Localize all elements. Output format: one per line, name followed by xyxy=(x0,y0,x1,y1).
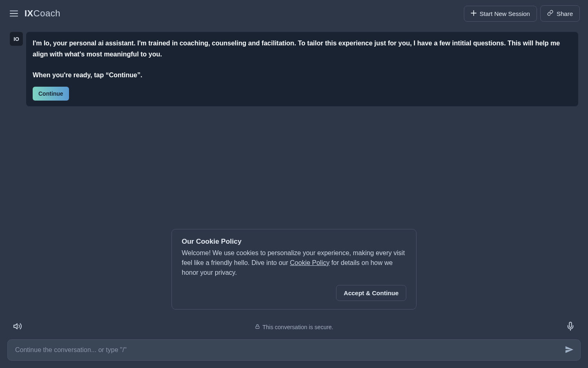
chat-area: IO I'm Io, your personal ai assistant. I… xyxy=(0,27,588,314)
security-indicator: This conversation is secure. xyxy=(255,324,334,330)
assistant-message-text: I'm Io, your personal ai assistant. I'm … xyxy=(33,38,572,81)
accept-cookies-button[interactable]: Accept & Continue xyxy=(336,285,406,301)
send-icon xyxy=(565,345,574,355)
cookie-actions: Accept & Continue xyxy=(182,285,406,301)
chat-footer: This conversation is secure. xyxy=(0,314,588,368)
logo-suffix: Coach xyxy=(33,8,60,18)
assistant-message-row: IO I'm Io, your personal ai assistant. I… xyxy=(10,32,578,106)
chat-input[interactable] xyxy=(13,342,562,358)
plus-icon xyxy=(471,10,477,17)
speaker-button[interactable] xyxy=(11,320,24,334)
security-text: This conversation is secure. xyxy=(263,324,334,330)
microphone-button[interactable] xyxy=(564,320,577,334)
menu-icon[interactable] xyxy=(8,8,20,19)
microphone-icon xyxy=(566,322,575,332)
security-bar: This conversation is secure. xyxy=(7,314,581,339)
app-logo: IXCoach xyxy=(24,8,60,19)
start-session-label: Start New Session xyxy=(480,10,530,17)
svg-rect-6 xyxy=(256,326,259,328)
assistant-message-bubble: I'm Io, your personal ai assistant. I'm … xyxy=(26,32,578,106)
chat-input-container xyxy=(7,339,581,361)
message-paragraph: I'm Io, your personal ai assistant. I'm … xyxy=(33,38,572,60)
app-header: IXCoach Start New Session Share xyxy=(0,0,588,27)
start-new-session-button[interactable]: Start New Session xyxy=(464,6,537,22)
header-right: Start New Session Share xyxy=(464,5,580,22)
cookie-policy-banner: Our Cookie Policy Welcome! We use cookie… xyxy=(172,229,416,310)
link-icon xyxy=(547,10,553,17)
continue-button[interactable]: Continue xyxy=(33,87,69,101)
lock-icon xyxy=(255,324,260,330)
svg-marker-5 xyxy=(14,324,17,329)
avatar: IO xyxy=(10,32,23,46)
cookie-policy-link[interactable]: Cookie Policy xyxy=(290,259,330,266)
cookie-description: Welcome! We use cookies to personalize y… xyxy=(182,248,406,278)
message-paragraph: When you're ready, tap “Continue”. xyxy=(33,70,572,81)
share-button[interactable]: Share xyxy=(540,5,580,22)
send-button[interactable] xyxy=(562,343,576,358)
speaker-icon xyxy=(13,322,22,332)
share-label: Share xyxy=(557,10,573,17)
cookie-title: Our Cookie Policy xyxy=(182,238,406,246)
header-left: IXCoach xyxy=(8,8,60,19)
logo-prefix: IX xyxy=(24,8,33,18)
